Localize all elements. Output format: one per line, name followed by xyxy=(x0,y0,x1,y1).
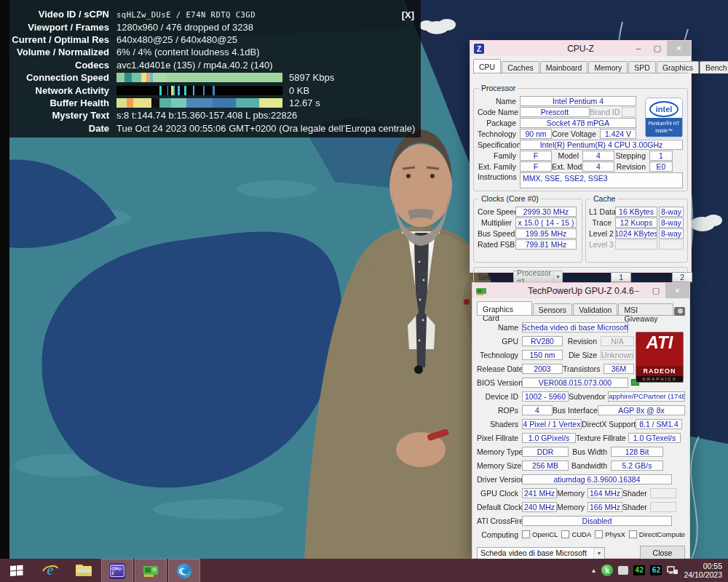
cpuz-window: CPU-Z Z – ▢ × CPU Caches Mainboard Memor… xyxy=(470,40,692,273)
stat-row-resolution: Current / Optimal Res 640x480@25 / 640x4… xyxy=(0,33,421,46)
gpu-temp-tray-readout[interactable]: 62 xyxy=(650,565,662,575)
ext-family-field: F xyxy=(520,162,552,172)
stat-row-network-activity: Network Activity 0 KB xyxy=(0,84,421,96)
multiplier-field: x 15.0 ( 14 - 15 ) xyxy=(515,218,577,228)
desktop: [X] Video ID / sCPN sqHLZw_DUsE / E74N R… xyxy=(0,0,728,582)
ext-model-field: 4 xyxy=(582,162,614,172)
stat-row-connection-speed: Connection Speed 5897 Kbps xyxy=(0,71,421,84)
processor-selection-dropdown: Processor #1 ▾ xyxy=(513,271,563,283)
tray-expand-icon[interactable]: ▲ xyxy=(590,567,596,574)
gpuz-titlebar[interactable]: TechPowerUp GPU-Z 0.4.6 – ▢ × xyxy=(472,283,689,298)
chevron-down-icon: ▾ xyxy=(553,271,562,282)
gpu-revision-field: N/A xyxy=(601,336,634,346)
tab-mainboard[interactable]: Mainboard xyxy=(540,61,588,73)
directx-support-field: 8.1 / SM1.4 xyxy=(636,419,682,429)
l1-data-field: 16 KBytes xyxy=(615,207,657,217)
maximize-icon[interactable]: ▢ xyxy=(646,283,665,298)
default-memory-clock-field: 166 MHz xyxy=(587,502,622,512)
tab-graphics-card[interactable]: Graphics Card xyxy=(477,301,532,316)
brand-id-field xyxy=(622,107,636,117)
close-icon[interactable]: × xyxy=(667,41,691,56)
specification-field: Intel(R) Pentium(R) 4 CPU 3.00GHz xyxy=(520,140,683,150)
taskbar-item-gpuz[interactable] xyxy=(135,559,167,582)
gpuz-close-button[interactable]: Close xyxy=(640,546,685,560)
minimize-icon[interactable]: – xyxy=(628,283,646,298)
core-speed-field: 2999.30 MHz xyxy=(515,207,577,217)
device-id-field: 1002 - 5960 xyxy=(522,391,569,402)
trace-way-field: 8-way xyxy=(659,218,684,228)
tab-msi-giveaway[interactable]: MSI Giveaway xyxy=(618,303,673,316)
system-tray: ▲ k 42 62 00:55 24/10/2023 xyxy=(590,559,728,582)
l1-way-field: 8-way xyxy=(659,207,684,217)
cuda-checkbox[interactable] xyxy=(561,530,569,538)
threads-field: 2 xyxy=(672,272,692,282)
start-button[interactable] xyxy=(0,559,33,582)
taskbar-clock[interactable]: 00:55 24/10/2023 xyxy=(684,562,722,579)
bus-width-field: 128 Bit xyxy=(611,447,663,457)
stat-row-date: Date Tue Oct 24 2023 00:55:06 GMT+0200 (… xyxy=(0,122,421,135)
bus-interface-field: AGP 8x @ 8x xyxy=(598,405,685,415)
package-field: Socket 478 mPGA xyxy=(520,118,636,128)
maximize-icon[interactable]: ▢ xyxy=(648,41,667,56)
clocks-group: Clocks (Core #0) Core Speed2999.30 MHz M… xyxy=(473,199,582,263)
taskbar-item-internet-explorer[interactable]: e xyxy=(34,559,66,582)
taskbar-item-cpuz[interactable]: CPU-Z xyxy=(101,559,133,582)
gpu-card-name-field: Scheda video di base Microsoft xyxy=(522,322,628,332)
bandwidth-field: 5.2 GB/s xyxy=(611,461,663,471)
tab-caches[interactable]: Caches xyxy=(502,61,539,73)
keepass-tray-icon[interactable]: k xyxy=(601,565,613,576)
cpuz-tabs: CPU Caches Mainboard Memory SPD Graphics… xyxy=(473,59,688,73)
shaders-field: 4 Pixel / 1 Vertex xyxy=(522,419,582,429)
gpu-technology-field: 150 nm xyxy=(522,350,563,360)
windows-logo-icon xyxy=(10,565,23,576)
l3-field xyxy=(615,239,657,250)
cpuz-app-icon: Z xyxy=(474,44,484,54)
minimize-icon[interactable]: – xyxy=(629,41,648,56)
die-size-field: Unknown xyxy=(601,350,634,360)
stats-close-button[interactable]: [X] xyxy=(402,9,414,20)
directcompute-checkbox[interactable] xyxy=(629,530,637,538)
connection-speed-graph xyxy=(116,73,282,82)
cpuz-titlebar[interactable]: CPU-Z Z – ▢ × xyxy=(470,41,691,56)
memory-type-field: DDR xyxy=(522,447,569,457)
gpuz-window: TechPowerUp GPU-Z 0.4.6 – ▢ × Graphics C… xyxy=(472,282,690,559)
gpuz-taskbar-icon xyxy=(142,564,159,578)
opencl-checkbox[interactable] xyxy=(522,530,530,538)
network-activity-graph xyxy=(116,86,282,95)
stat-row-buffer-health: Buffer Health 12.67 s xyxy=(0,97,421,109)
l3-way-field xyxy=(659,239,684,250)
default-shader-clock-field xyxy=(650,502,676,512)
computing-row: Computing OpenCL CUDA PhysX DirectComput… xyxy=(477,527,685,541)
tab-bench[interactable]: Bench xyxy=(700,61,728,73)
l2-field: 1024 KBytes xyxy=(615,228,657,239)
code-name-field: Prescott xyxy=(520,107,590,117)
core-voltage-field: 1.424 V xyxy=(600,129,636,139)
taskbar-item-file-explorer[interactable] xyxy=(68,559,100,582)
card-selector-dropdown[interactable]: Scheda video di base Microsoft ▾ xyxy=(477,547,605,559)
cpu-temp-tray-readout[interactable]: 42 xyxy=(633,565,645,575)
screenshot-camera-icon[interactable] xyxy=(674,307,685,316)
bios-version-field: VER008.015.073.000 xyxy=(522,378,628,388)
physx-checkbox[interactable] xyxy=(595,530,603,538)
chevron-down-icon: ▾ xyxy=(593,548,604,559)
revision-field: E0 xyxy=(649,162,673,172)
tab-cpu[interactable]: CPU xyxy=(473,59,501,73)
technology-field: 90 nm xyxy=(520,129,552,139)
file-explorer-icon xyxy=(75,563,92,578)
tab-graphics[interactable]: Graphics xyxy=(657,61,699,73)
rated-fsb-field: 799.81 MHz xyxy=(515,239,577,250)
tray-device-icon[interactable] xyxy=(618,566,628,575)
close-icon[interactable]: × xyxy=(665,283,689,298)
intel-logo: intel Pentium®4 HTinside™ xyxy=(645,97,683,138)
tab-sensors[interactable]: Sensors xyxy=(533,303,573,316)
processor-group: Processor intel Pentium®4 HTinside™ Name… xyxy=(473,88,688,191)
tab-validation[interactable]: Validation xyxy=(573,303,617,316)
instructions-field: MMX, SSE, SSE2, SSE3 xyxy=(520,172,683,188)
edge-icon xyxy=(175,562,193,580)
cores-field: 1 xyxy=(611,272,631,282)
network-tray-icon[interactable] xyxy=(667,565,678,575)
buffer-health-graph xyxy=(116,98,282,108)
tab-spd[interactable]: SPD xyxy=(628,61,656,73)
taskbar-item-edge[interactable] xyxy=(168,559,200,582)
tab-memory[interactable]: Memory xyxy=(588,61,628,73)
